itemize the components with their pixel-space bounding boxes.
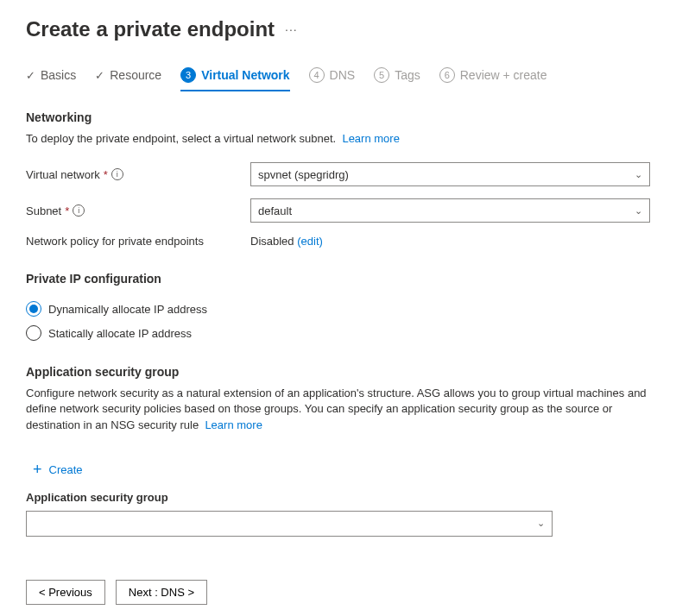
section-title-networking: Networking xyxy=(26,110,650,124)
create-label: Create xyxy=(49,463,83,476)
step-number-icon: 3 xyxy=(180,67,196,83)
form-row-network-policy: Network policy for private endpoints Dis… xyxy=(26,235,650,248)
form-row-subnet: Subnet * i default ⌄ xyxy=(26,198,650,223)
radio-label-static: Statically allocate IP address xyxy=(48,327,192,340)
previous-button[interactable]: < Previous xyxy=(26,580,105,605)
learn-more-link[interactable]: Learn more xyxy=(342,132,399,145)
tab-label: Basics xyxy=(41,68,76,82)
tab-label: DNS xyxy=(330,68,356,82)
chevron-down-icon: ⌄ xyxy=(537,518,545,529)
step-number-icon: 4 xyxy=(309,67,325,83)
tab-resource[interactable]: ✓ Resource xyxy=(95,67,161,91)
page-header: Create a private endpoint ··· xyxy=(26,17,650,41)
networking-section: Networking To deploy the private endpoin… xyxy=(26,110,650,248)
required-indicator: * xyxy=(104,168,108,181)
step-number-icon: 5 xyxy=(374,67,389,83)
create-asg-button[interactable]: + Create xyxy=(33,461,83,479)
tab-label: Tags xyxy=(395,68,420,82)
tab-label: Review + create xyxy=(460,68,547,82)
radio-icon xyxy=(26,301,41,317)
info-icon[interactable]: i xyxy=(73,204,85,217)
section-title-asg: Application security group xyxy=(26,365,650,379)
section-desc-asg: Configure network security as a natural … xyxy=(26,386,650,433)
subnet-label: Subnet * i xyxy=(26,204,250,217)
vnet-select[interactable]: spvnet (spegridrg) ⌄ xyxy=(250,162,650,186)
asg-section: Application security group Configure net… xyxy=(26,365,650,537)
networking-desc-text: To deploy the private endpoint, select a… xyxy=(26,132,336,145)
wizard-footer: < Previous Next : DNS > xyxy=(26,580,650,605)
tab-dns[interactable]: 4 DNS xyxy=(309,67,356,91)
check-icon: ✓ xyxy=(26,69,35,82)
asg-select[interactable]: ⌄ xyxy=(26,511,553,537)
asg-desc-text: Configure network security as a natural … xyxy=(26,387,647,431)
radio-icon xyxy=(26,325,41,341)
tab-label: Resource xyxy=(110,68,161,82)
required-indicator: * xyxy=(65,204,69,217)
tab-basics[interactable]: ✓ Basics xyxy=(26,67,76,91)
chevron-down-icon: ⌄ xyxy=(635,205,642,217)
vnet-label-text: Virtual network xyxy=(26,168,100,181)
radio-static-ip[interactable]: Statically allocate IP address xyxy=(26,325,650,341)
more-icon[interactable]: ··· xyxy=(285,22,298,36)
subnet-select-value: default xyxy=(258,204,292,217)
section-desc-networking: To deploy the private endpoint, select a… xyxy=(26,131,650,147)
form-row-vnet: Virtual network * i spvnet (spegridrg) ⌄ xyxy=(26,162,650,186)
learn-more-link[interactable]: Learn more xyxy=(205,418,262,431)
tab-label: Virtual Network xyxy=(201,68,289,82)
edit-link[interactable]: (edit) xyxy=(297,235,323,248)
chevron-down-icon: ⌄ xyxy=(635,169,642,180)
tab-review-create[interactable]: 6 Review + create xyxy=(439,67,547,91)
radio-dynamic-ip[interactable]: Dynamically allocate IP address xyxy=(26,301,650,317)
subnet-label-text: Subnet xyxy=(26,204,61,217)
asg-sub-label: Application security group xyxy=(26,491,650,504)
wizard-tabs: ✓ Basics ✓ Resource 3 Virtual Network 4 … xyxy=(26,67,650,91)
section-title-ipconfig: Private IP configuration xyxy=(26,272,650,286)
tab-tags[interactable]: 5 Tags xyxy=(374,67,420,91)
policy-value-text: Disabled xyxy=(250,235,294,248)
check-icon: ✓ xyxy=(95,69,104,82)
next-button[interactable]: Next : DNS > xyxy=(116,580,207,605)
subnet-select[interactable]: default ⌄ xyxy=(250,198,650,223)
plus-icon: + xyxy=(33,461,42,479)
network-policy-label: Network policy for private endpoints xyxy=(26,235,250,248)
info-icon[interactable]: i xyxy=(111,168,123,180)
page-title: Create a private endpoint xyxy=(26,17,275,41)
network-policy-value: Disabled (edit) xyxy=(250,235,323,248)
radio-label-dynamic: Dynamically allocate IP address xyxy=(48,303,207,316)
ip-config-section: Private IP configuration Dynamically all… xyxy=(26,272,650,341)
vnet-label: Virtual network * i xyxy=(26,168,250,181)
vnet-select-value: spvnet (spegridrg) xyxy=(258,168,349,181)
step-number-icon: 6 xyxy=(439,67,455,83)
tab-virtual-network[interactable]: 3 Virtual Network xyxy=(180,67,289,91)
